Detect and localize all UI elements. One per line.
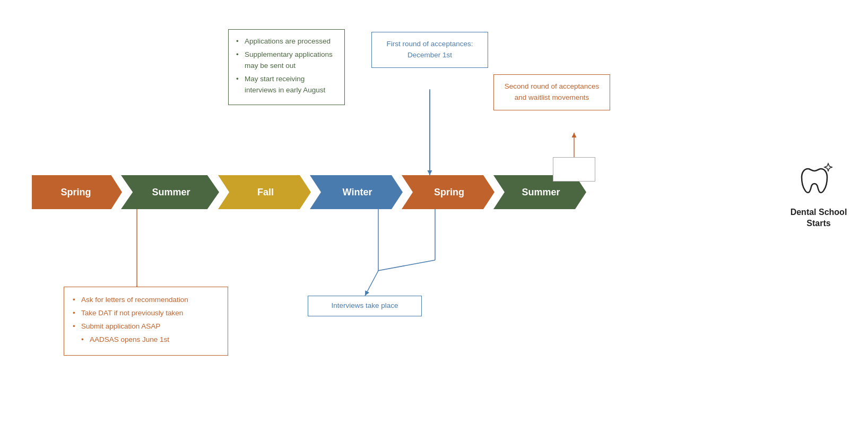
fall-info-item-1: Applications are processed	[236, 36, 337, 47]
fall-info-item-3: May start receiving interviews in early …	[236, 74, 337, 96]
spring1-label: Spring	[61, 187, 91, 198]
first-acceptance-text: First round of acceptances: December 1st	[387, 40, 473, 59]
connector-box	[553, 157, 595, 182]
first-acceptance-box: First round of acceptances: December 1st	[371, 32, 488, 68]
interviews-text: Interviews take place	[331, 301, 398, 309]
action-item-3: Submit application ASAP	[73, 321, 219, 332]
timeline-summer1: Summer	[121, 175, 219, 209]
main-canvas: Spring Summer Fall Winter Spring Summer …	[0, 0, 868, 448]
summer2-label: Summer	[522, 187, 560, 198]
spring-actions-list: Ask for letters of recommendation Take D…	[73, 295, 219, 346]
fall-info-list: Applications are processed Supplementary…	[236, 36, 337, 96]
dental-label: Dental School Starts	[789, 207, 848, 229]
timeline-fall: Fall	[218, 175, 311, 209]
action-item-1: Ask for letters of recommendation	[73, 295, 219, 306]
winter-label: Winter	[343, 187, 372, 198]
second-acceptance-text: Second round of acceptances and waitlist…	[505, 82, 600, 101]
svg-line-11	[378, 260, 435, 271]
fall-info-box: Applications are processed Supplementary…	[228, 29, 345, 105]
interviews-box: Interviews take place	[308, 296, 422, 316]
spring2-label: Spring	[434, 187, 464, 198]
summer1-label: Summer	[152, 187, 190, 198]
timeline: Spring Summer Fall Winter Spring Summer	[32, 175, 586, 209]
second-acceptance-box: Second round of acceptances and waitlist…	[493, 74, 610, 110]
fall-label: Fall	[257, 187, 274, 198]
dental-school-container: Dental School Starts	[789, 159, 848, 229]
timeline-winter: Winter	[310, 175, 403, 209]
action-item-4: AADSAS opens June 1st	[73, 334, 219, 346]
fall-info-item-2: Supplementary applications may be sent o…	[236, 49, 337, 72]
svg-line-9	[365, 271, 378, 296]
action-item-2: Take DAT if not previously taken	[73, 308, 219, 319]
spring-actions-box: Ask for letters of recommendation Take D…	[64, 287, 228, 356]
tooth-icon	[797, 159, 840, 202]
timeline-spring2: Spring	[402, 175, 494, 209]
timeline-spring1: Spring	[32, 175, 122, 209]
